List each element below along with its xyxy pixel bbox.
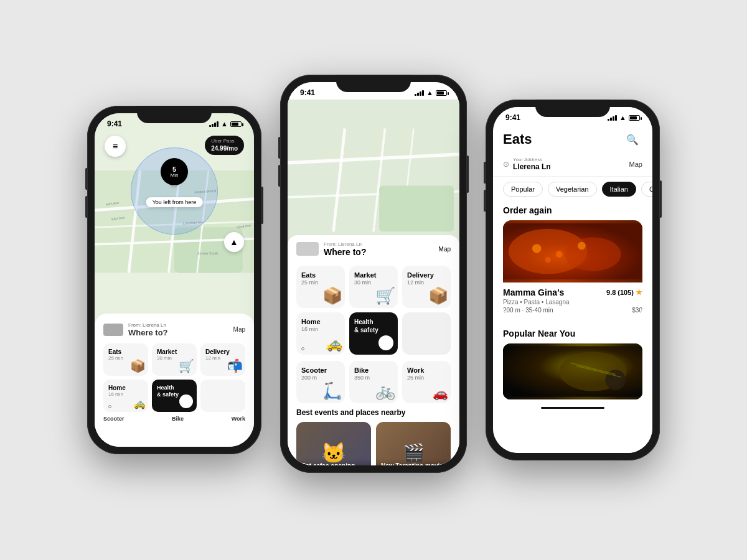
health-arrow[interactable]: →: [179, 394, 193, 408]
phone-3-vol-up: [484, 162, 486, 184]
panel-address: From: Llerena Ln Where to?: [128, 322, 168, 337]
cat-event-title: Cat cafee opening: [301, 462, 366, 465]
service-home-1[interactable]: Home 16 min 🚕: [103, 380, 148, 412]
map-location-label: You left from here: [146, 197, 203, 207]
pizza-svg: [503, 220, 642, 282]
bar4-2: [422, 90, 424, 96]
eats-icon-2: 📦: [322, 286, 342, 306]
map-screen: 9:41 ▲: [95, 113, 254, 447]
filter-chinese[interactable]: Chinese: [641, 182, 652, 197]
where-to-2[interactable]: Where to?: [324, 247, 366, 257]
market-icon-2: 🛒: [375, 286, 395, 306]
phone-3-screen: 9:41 ▲ Eats 🔍: [493, 107, 652, 453]
battery-fill-1: [232, 123, 238, 126]
where-to-1[interactable]: Where to?: [128, 328, 168, 337]
tarantino-overlay: New Tarantino movie Golden Hollywood 10 …: [376, 459, 451, 465]
phone-3-power-btn: [660, 180, 662, 218]
map-link-1[interactable]: Map: [233, 326, 245, 333]
phone-2-notch: [336, 75, 411, 92]
svc-work-2[interactable]: Work 25 min 🚗: [402, 361, 451, 403]
event-cat-cafe[interactable]: 🐱 Cat cafee opening Cute cats & coffee 5…: [296, 422, 371, 465]
bar3: [214, 123, 216, 127]
wifi-icon-2: ▲: [426, 89, 433, 96]
svc-market-2[interactable]: Market 30 min 🛒: [349, 266, 398, 308]
svc-delivery-2[interactable]: Delivery 12 min 📦: [402, 266, 451, 308]
work-car-icon: 🚗: [433, 386, 448, 401]
restaurant-card[interactable]: Mamma Gina's 9.8 (105) ★ Pizza • Pasta •…: [503, 220, 642, 316]
popular-image[interactable]: [503, 343, 642, 399]
signal-bars-2: [415, 90, 424, 96]
rating-count: (105): [618, 289, 634, 296]
nearby-title: Best events and places nearby: [296, 408, 451, 417]
filter-italian[interactable]: Italian: [602, 182, 636, 197]
delivery-emoji: 📬: [227, 358, 243, 373]
address-map-link[interactable]: Map: [629, 161, 642, 168]
svc-home-2[interactable]: Home 16 min 🚕: [296, 312, 345, 355]
cat-event-overlay: Cat cafee opening Cute cats & coffee 5 m…: [296, 459, 371, 465]
phone-1: 9:41 ▲: [87, 106, 261, 454]
home-taxi-icon: 🚕: [326, 336, 342, 352]
services-row1: Eats 25 min 📦 Market 30 min 🛒 Delivery 1…: [296, 266, 451, 308]
home-indicator-3: [541, 407, 604, 409]
phone-3-notch: [535, 100, 610, 117]
filter-popular[interactable]: Popular: [503, 182, 543, 197]
order-again-title: Order again: [503, 205, 642, 215]
pass-price: 24.99/mo: [211, 144, 238, 152]
filter-vegetarian[interactable]: Vegetarian: [548, 182, 597, 197]
phone-1-vol-up: [85, 168, 87, 190]
eats-header: Eats 🔍: [493, 124, 652, 153]
time-3: 9:41: [505, 113, 520, 122]
location-pin-icon: ⊙: [503, 160, 509, 169]
popular-title: Popular Near You: [503, 329, 642, 338]
search-address: From: Llerena Ln Where to?: [324, 241, 366, 257]
tarantino-title: New Tarantino movie: [381, 462, 446, 465]
service-delivery-1[interactable]: Delivery 12 min 📬: [200, 343, 245, 376]
svc-health-2[interactable]: Health& safety →: [349, 312, 398, 355]
main-screen: 9:41 ▲: [288, 82, 459, 465]
svc-scooter-2[interactable]: Scooter 200 m 🛴: [296, 361, 345, 403]
service-grid-1: Eats 25 min 📦 Market 30 min 🛒 Delivery 1…: [103, 343, 245, 412]
restaurant-rating: 9.8 (105) ★: [606, 288, 642, 297]
bike-label[interactable]: Bike: [172, 416, 184, 422]
timer-number: 5: [172, 166, 176, 173]
phone-3: 9:41 ▲ Eats 🔍: [486, 100, 660, 460]
phone-2: 9:41 ▲: [280, 75, 467, 473]
work-label[interactable]: Work: [232, 416, 245, 422]
svg-rect-22: [379, 186, 454, 232]
events-row: 🐱 Cat cafee opening Cute cats & coffee 5…: [296, 422, 451, 465]
address-bar: ⊙ Your Address Llerena Ln Map: [493, 153, 652, 177]
services-section-2: Eats 25 min 📦 Market 30 min 🛒 Delivery 1…: [288, 261, 459, 403]
svc-eats-2[interactable]: Eats 25 min 📦: [296, 266, 345, 308]
event-tarantino[interactable]: 🎬 New Tarantino movie Golden Hollywood 1…: [376, 422, 451, 465]
nearby-section: Best events and places nearby 🐱 Cat cafe…: [288, 408, 459, 465]
service-market-1[interactable]: Market 30 min 🛒: [152, 343, 197, 376]
battery-3: [629, 115, 640, 121]
scooter-label[interactable]: Scooter: [103, 416, 125, 422]
health-arrow-2[interactable]: →: [378, 335, 393, 350]
service-eats-1[interactable]: Eats 25 min 📦: [103, 343, 148, 376]
status-icons-1: ▲: [209, 120, 242, 128]
search-button[interactable]: 🔍: [622, 129, 642, 149]
map-top-2: From: Llerena Ln Where to? Map: [288, 100, 459, 261]
home-car-emoji: 🚕: [133, 398, 146, 409]
bar1-2: [415, 94, 416, 96]
map-compass[interactable]: ▲: [224, 232, 244, 252]
service-health-1[interactable]: Health& safety →: [152, 380, 197, 412]
battery-2: [436, 90, 447, 96]
svg-text:Juniper South: Juniper South: [197, 251, 218, 255]
phone-1-screen: 9:41 ▲: [95, 113, 254, 447]
phone-2-vol-up: [278, 137, 280, 159]
restaurant-info: Mamma Gina's 9.8 (105) ★ Pizza • Pasta •…: [503, 282, 642, 316]
uber-pass-badge[interactable]: Uber Pass 24.99/mo: [205, 136, 244, 155]
market-emoji: 🛒: [179, 358, 194, 373]
map-link-2[interactable]: Map: [439, 246, 451, 253]
phone-3-vol-down: [484, 190, 486, 212]
battery-fill-3: [630, 116, 637, 119]
car-icon: [103, 324, 123, 336]
timer-label: Min: [171, 173, 179, 179]
address-left: ⊙ Your Address Llerena Ln: [503, 157, 551, 171]
popular-section: Popular Near You: [493, 326, 652, 402]
address-name[interactable]: Llerena Ln: [513, 162, 551, 171]
map-menu-button[interactable]: ≡: [105, 136, 126, 157]
svc-bike-2[interactable]: Bike 350 m 🚲: [349, 361, 398, 403]
